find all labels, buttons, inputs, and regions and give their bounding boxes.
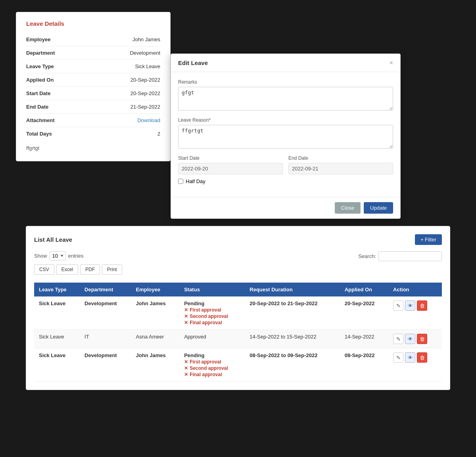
controls-search-wrapper: Show 10 25 50 entries CSV Excel PDF Prin… xyxy=(34,251,442,279)
approval-item: ✕ Final approval xyxy=(184,372,240,377)
end-date-group: End Date xyxy=(288,155,393,174)
detail-label: Start Date xyxy=(26,90,50,96)
list-header: List All Leave + Filter xyxy=(34,234,442,245)
department-cell: Development xyxy=(80,348,131,382)
table-column-header: Request Duration xyxy=(245,283,340,296)
leave-details-card: Leave Details EmployeeJohn JamesDepartme… xyxy=(16,12,171,161)
close-button[interactable]: Close xyxy=(335,202,361,214)
x-icon: ✕ xyxy=(184,307,188,313)
modal-close-button[interactable]: × xyxy=(390,60,393,66)
detail-value: John James xyxy=(132,36,160,42)
detail-row: Applied On20-Sep-2022 xyxy=(26,73,160,87)
end-date-label: End Date xyxy=(288,155,393,161)
search-input[interactable] xyxy=(378,251,442,261)
start-date-label: Start Date xyxy=(178,155,283,161)
update-button[interactable]: Update xyxy=(364,202,393,214)
table-body: Sick LeaveDevelopmentJohn JamesPending✕ … xyxy=(34,296,442,382)
entries-label: entries xyxy=(68,253,84,259)
remarks-input[interactable]: gfgt xyxy=(178,87,393,111)
x-icon: ✕ xyxy=(184,365,188,371)
detail-value[interactable]: Download xyxy=(137,117,160,123)
applied-on-cell: 14-Sep-2022 xyxy=(340,330,388,348)
status-main: Pending xyxy=(184,300,204,306)
filter-button[interactable]: + Filter xyxy=(415,234,442,245)
edit-button[interactable]: ✎ xyxy=(393,352,403,363)
view-button[interactable]: 👁 xyxy=(405,300,415,311)
applied-on-cell: 08-Sep-2022 xyxy=(340,348,388,382)
detail-label: Leave Type xyxy=(26,63,54,69)
status-cell: Pending✕ First approval✕ Second approval… xyxy=(179,296,245,330)
detail-label: Attachment xyxy=(26,117,55,123)
x-icon: ✕ xyxy=(184,320,188,325)
modal-footer: Close Update xyxy=(171,197,400,218)
modal-header: Edit Leave × xyxy=(171,54,400,72)
leave-reason-group: Leave Reason* ffgrtgt xyxy=(178,117,393,150)
detail-label: Department xyxy=(26,50,55,56)
delete-button[interactable]: 🗑 xyxy=(417,352,427,363)
approval-item: ✕ Second approval xyxy=(184,314,240,319)
half-day-label: Half Day xyxy=(186,178,205,184)
department-cell: Development xyxy=(80,296,131,330)
list-all-leave-panel: List All Leave + Filter Show 10 25 50 en… xyxy=(26,226,450,390)
action-buttons: ✎ 👁 🗑 xyxy=(393,352,437,363)
view-button[interactable]: 👁 xyxy=(405,334,415,344)
x-icon: ✕ xyxy=(184,372,188,377)
edit-leave-modal: Edit Leave × Remarks gfgt Leave Reason* … xyxy=(171,54,401,219)
action-cell: ✎ 👁 🗑 xyxy=(388,348,442,382)
detail-label: Applied On xyxy=(26,77,54,83)
export-buttons: CSV Excel PDF Print xyxy=(34,264,122,275)
start-date-group: Start Date xyxy=(178,155,283,174)
delete-button[interactable]: 🗑 xyxy=(417,300,427,311)
duration-cell: 08-Sep-2022 to 09-Sep-2022 xyxy=(245,348,340,382)
start-date-input[interactable] xyxy=(178,163,283,174)
print-button[interactable]: Print xyxy=(102,264,122,275)
detail-label: Total Days xyxy=(26,131,52,137)
show-label: Show xyxy=(34,253,47,259)
csv-button[interactable]: CSV xyxy=(34,264,54,275)
status-cell: Pending✕ First approval✕ Second approval… xyxy=(179,348,245,382)
modal-body: Remarks gfgt Leave Reason* ffgrtgt Start… xyxy=(171,72,400,197)
table-row: Sick LeaveDevelopmentJohn JamesPending✕ … xyxy=(34,348,442,382)
detail-row: EmployeeJohn James xyxy=(26,33,160,46)
detail-value: Development xyxy=(130,50,160,56)
action-buttons: ✎ 👁 🗑 xyxy=(393,300,437,311)
table-column-header: Action xyxy=(388,283,442,296)
approval-item: ✕ Final approval xyxy=(184,320,240,325)
leave-reason-input[interactable]: ffgrtgt xyxy=(178,125,393,149)
applied-on-cell: 20-Sep-2022 xyxy=(340,296,388,330)
detail-row: DepartmentDevelopment xyxy=(26,46,160,60)
leave-type-cell: Sick Leave xyxy=(34,296,80,330)
table-header-row: Leave TypeDepartmentEmployeeStatusReques… xyxy=(34,283,442,296)
delete-button[interactable]: 🗑 xyxy=(417,334,427,344)
approval-item: ✕ First approval xyxy=(184,359,240,365)
leave-table: Leave TypeDepartmentEmployeeStatusReques… xyxy=(34,283,442,382)
modal-title: Edit Leave xyxy=(178,59,208,66)
excel-button[interactable]: Excel xyxy=(56,264,78,275)
action-buttons: ✎ 👁 🗑 xyxy=(393,334,437,344)
action-cell: ✎ 👁 🗑 xyxy=(388,296,442,330)
x-icon: ✕ xyxy=(184,314,188,319)
half-day-checkbox[interactable] xyxy=(178,179,183,184)
employee-cell: John James xyxy=(131,348,180,382)
table-row: Sick LeaveITAsna AmeerApproved14-Sep-202… xyxy=(34,330,442,348)
view-button[interactable]: 👁 xyxy=(405,352,415,363)
status-main: Pending xyxy=(184,352,204,358)
end-date-input[interactable] xyxy=(288,163,393,174)
remarks-text: ffgrtgt xyxy=(26,145,160,151)
status-main: Approved xyxy=(184,334,206,340)
edit-button[interactable]: ✎ xyxy=(393,334,403,344)
show-entries-row: Show 10 25 50 entries xyxy=(34,251,122,260)
edit-button[interactable]: ✎ xyxy=(393,300,403,311)
detail-row: Total Days2 xyxy=(26,127,160,140)
show-select[interactable]: 10 25 50 xyxy=(50,251,66,260)
remarks-label: Remarks xyxy=(178,79,393,85)
detail-label: Employee xyxy=(26,36,50,42)
remarks-group: Remarks gfgt xyxy=(178,79,393,112)
table-column-header: Status xyxy=(179,283,245,296)
employee-cell: Asna Ameer xyxy=(131,330,180,348)
pdf-button[interactable]: PDF xyxy=(80,264,100,275)
leave-details-title: Leave Details xyxy=(26,20,160,27)
x-icon: ✕ xyxy=(184,359,188,365)
leave-reason-label: Leave Reason* xyxy=(178,117,393,123)
leave-type-cell: Sick Leave xyxy=(34,348,80,382)
